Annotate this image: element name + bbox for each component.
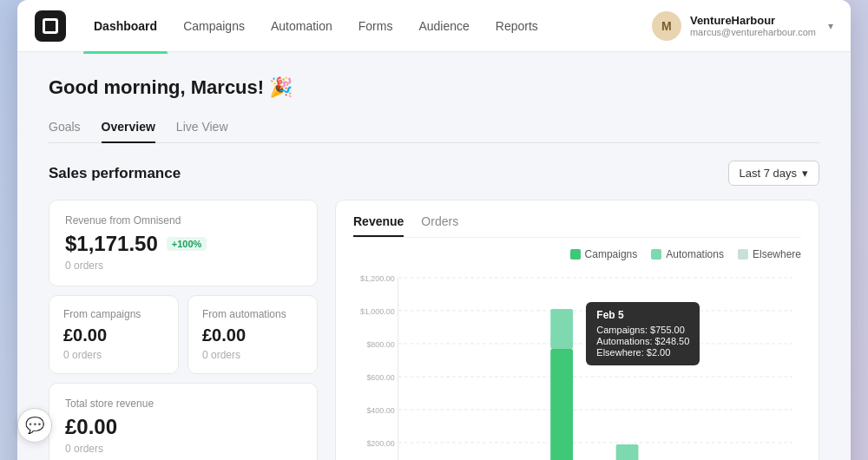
- user-email: marcus@ventureharbour.com: [690, 27, 816, 37]
- svg-text:$400.00: $400.00: [366, 406, 394, 415]
- bar-feb5-campaigns: [550, 349, 573, 460]
- legend-automations-label: Automations: [666, 248, 724, 260]
- nav-dashboard[interactable]: Dashboard: [83, 14, 168, 38]
- automations-value: £0.00: [202, 325, 303, 345]
- user-name: VentureHarbour: [690, 14, 816, 27]
- legend-campaigns-label: Campaigns: [585, 248, 638, 260]
- nav-automation[interactable]: Automation: [260, 14, 343, 38]
- chart-area: Feb 5 Campaigns: $755.00 Automations: $2…: [353, 269, 801, 460]
- page-tabs: Goals Overview Live View: [49, 120, 819, 143]
- svg-text:$200.00: $200.00: [366, 439, 394, 448]
- svg-text:$800.00: $800.00: [366, 340, 394, 349]
- store-label: Total store revenue: [65, 398, 301, 410]
- revenue-card: Revenue from Omnisend $1,171.50 +100% 0 …: [49, 200, 318, 286]
- greeting: Good morning, Marcus! 🎉: [49, 76, 819, 99]
- chart-legend: Campaigns Automations Elsewhere: [353, 248, 801, 260]
- chevron-down-icon: ▾: [802, 167, 808, 180]
- logo-icon: [43, 18, 58, 34]
- user-info: VentureHarbour marcus@ventureharbour.com: [690, 14, 816, 37]
- campaigns-label: From campaigns: [63, 308, 164, 320]
- nav-campaigns[interactable]: Campaigns: [173, 14, 255, 38]
- automations-dot: [651, 249, 661, 260]
- svg-text:$1,000.00: $1,000.00: [360, 307, 395, 316]
- navbar: Dashboard Campaigns Automation Forms Aud…: [17, 0, 851, 52]
- date-filter-button[interactable]: Last 7 days ▾: [728, 161, 820, 186]
- automations-orders: 0 orders: [202, 349, 303, 361]
- campaigns-card: From campaigns £0.00 0 orders: [49, 295, 179, 374]
- left-cards: Revenue from Omnisend $1,171.50 +100% 0 …: [49, 200, 318, 460]
- chat-button[interactable]: 💬: [17, 408, 52, 443]
- svg-text:$600.00: $600.00: [366, 373, 394, 382]
- tab-live-view[interactable]: Live View: [176, 120, 228, 142]
- chat-icon: 💬: [25, 416, 44, 435]
- revenue-badge: +100%: [167, 237, 207, 251]
- chevron-down-icon: ▾: [828, 20, 833, 32]
- right-chart: Revenue Orders Campaigns Automations: [335, 200, 819, 460]
- tab-overview[interactable]: Overview: [102, 120, 155, 142]
- automations-card: From automations £0.00 0 orders: [187, 295, 318, 374]
- bar-chart-svg: $1,200.00 $1,000.00 $800.00 $600.00 $400…: [353, 269, 801, 460]
- sales-body: Revenue from Omnisend $1,171.50 +100% 0 …: [49, 200, 819, 460]
- nav-forms[interactable]: Forms: [348, 14, 404, 38]
- logo[interactable]: [35, 10, 66, 42]
- app-window: Dashboard Campaigns Automation Forms Aud…: [17, 0, 851, 460]
- legend-elsewhere: Elsewhere: [738, 248, 801, 260]
- campaigns-value: £0.00: [63, 325, 164, 345]
- elsewhere-dot: [738, 249, 748, 260]
- sales-header: Sales performance Last 7 days ▾: [49, 161, 819, 186]
- campaigns-automations-row: From campaigns £0.00 0 orders From autom…: [49, 295, 318, 374]
- campaigns-dot: [570, 249, 581, 260]
- revenue-label: Revenue from Omnisend: [65, 214, 301, 227]
- bar-feb6-automations: [616, 444, 639, 460]
- bar-feb5-automations: [550, 309, 573, 349]
- nav-user[interactable]: M VentureHarbour marcus@ventureharbour.c…: [652, 11, 833, 41]
- date-filter-label: Last 7 days: [740, 167, 798, 180]
- tab-goals[interactable]: Goals: [49, 120, 81, 142]
- chart-tab-orders[interactable]: Orders: [421, 214, 458, 237]
- revenue-value: $1,171.50 +100%: [65, 232, 301, 256]
- avatar: M: [652, 11, 681, 41]
- legend-elsewhere-label: Elsewhere: [753, 248, 801, 260]
- nav-links: Dashboard Campaigns Automation Forms Aud…: [83, 14, 652, 38]
- automations-label: From automations: [202, 308, 303, 320]
- legend-automations: Automations: [651, 248, 724, 260]
- campaigns-orders: 0 orders: [63, 349, 164, 361]
- store-orders: 0 orders: [65, 443, 301, 455]
- sales-title: Sales performance: [49, 165, 181, 182]
- store-value: £0.00: [65, 415, 301, 439]
- nav-audience[interactable]: Audience: [408, 14, 479, 38]
- revenue-orders: 0 orders: [65, 260, 301, 272]
- svg-text:$1,200.00: $1,200.00: [360, 274, 395, 283]
- chart-tabs: Revenue Orders: [353, 214, 801, 238]
- nav-reports[interactable]: Reports: [485, 14, 549, 38]
- main-content: Good morning, Marcus! 🎉 Goals Overview L…: [17, 52, 851, 460]
- store-revenue-card: Total store revenue £0.00 0 orders: [49, 383, 318, 460]
- legend-campaigns: Campaigns: [570, 248, 638, 260]
- chart-tab-revenue[interactable]: Revenue: [353, 214, 404, 237]
